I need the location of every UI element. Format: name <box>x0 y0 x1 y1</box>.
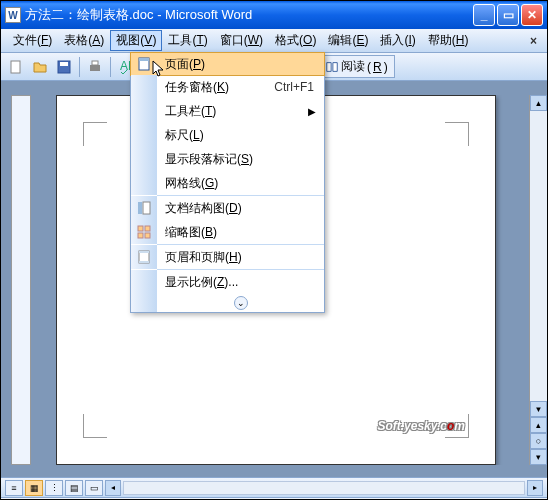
vertical-ruler[interactable] <box>11 95 31 465</box>
menu-item-缩略图[interactable]: 缩略图(B) <box>131 220 324 244</box>
maximize-button[interactable]: ▭ <box>497 4 519 26</box>
save-button[interactable] <box>53 56 75 78</box>
window-title: 方法二：绘制表格.doc - Microsoft Word <box>25 6 473 24</box>
svg-rect-19 <box>145 226 150 231</box>
open-button[interactable] <box>29 56 51 78</box>
view-menu-dropdown: 页面(P)任务窗格(K)Ctrl+F1工具栏(T)▶标尺(L)显示段落标记(S)… <box>130 52 325 313</box>
menu-表格[interactable]: 表格(A) <box>58 30 110 51</box>
scroll-down-button[interactable]: ▼ <box>530 401 547 417</box>
menu-item-文档结构图[interactable]: 文档结构图(D) <box>131 196 324 220</box>
scroll-up-button[interactable]: ▲ <box>530 95 547 111</box>
close-button[interactable]: ✕ <box>521 4 543 26</box>
app-icon: W <box>5 7 21 23</box>
page-layout-view-button[interactable]: ▦ <box>25 480 43 496</box>
outline-view-button[interactable]: ⋮ <box>45 480 63 496</box>
next-page-button[interactable]: ▾ <box>530 449 547 465</box>
svg-rect-20 <box>138 233 143 238</box>
scroll-left-button[interactable]: ◂ <box>105 480 121 496</box>
menu-item-标尺[interactable]: 标尺(L) <box>131 123 324 147</box>
watermark: Soft.yesky.com <box>377 416 465 434</box>
vertical-scrollbar[interactable]: ▲ ▼ ▴ ○ ▾ <box>529 95 547 465</box>
svg-rect-4 <box>92 61 98 65</box>
menu-item-网格线[interactable]: 网格线(G) <box>131 171 324 195</box>
menu-帮助[interactable]: 帮助(H) <box>422 30 475 51</box>
menu-item-任务窗格[interactable]: 任务窗格(K)Ctrl+F1 <box>131 75 324 99</box>
menu-格式[interactable]: 格式(O) <box>269 30 322 51</box>
menu-item-工具栏[interactable]: 工具栏(T)▶ <box>131 99 324 123</box>
menu-编辑[interactable]: 编辑(E) <box>322 30 374 51</box>
svg-rect-2 <box>60 62 68 66</box>
menu-expand-button[interactable]: ⌄ <box>131 294 324 312</box>
svg-rect-21 <box>145 233 150 238</box>
read-mode-button[interactable]: 阅读(R) <box>318 55 395 78</box>
margin-marker-tl <box>83 122 107 146</box>
view-mode-bar: ≡ ▦ ⋮ ▤ ▭ ◂ ▸ <box>1 477 547 497</box>
menu-工具[interactable]: 工具(T) <box>162 30 213 51</box>
svg-rect-23 <box>139 251 149 253</box>
svg-rect-0 <box>11 61 20 73</box>
menu-窗口[interactable]: 窗口(W) <box>214 30 269 51</box>
svg-rect-15 <box>139 58 149 61</box>
normal-view-button[interactable]: ≡ <box>5 480 23 496</box>
doc-close-button[interactable]: × <box>526 34 541 48</box>
web-view-button[interactable]: ▤ <box>65 480 83 496</box>
new-doc-button[interactable] <box>5 56 27 78</box>
svg-rect-16 <box>138 202 142 214</box>
svg-rect-17 <box>143 202 150 214</box>
reading-view-button[interactable]: ▭ <box>85 480 103 496</box>
margin-marker-bl <box>83 414 107 438</box>
menu-插入[interactable]: 插入(I) <box>374 30 421 51</box>
menu-item-显示段落标记[interactable]: 显示段落标记(S) <box>131 147 324 171</box>
page-layout-icon <box>131 53 157 75</box>
svg-rect-3 <box>90 65 100 71</box>
browse-object-button[interactable]: ○ <box>530 433 547 449</box>
print-button[interactable] <box>84 56 106 78</box>
docmap-icon <box>131 196 157 220</box>
menu-item-页面[interactable]: 页面(P) <box>130 52 325 76</box>
margin-marker-tr <box>445 122 469 146</box>
menubar: 文件(F)表格(A)视图(V)工具(T)窗口(W)格式(O)编辑(E)插入(I)… <box>1 29 547 53</box>
titlebar: W 方法二：绘制表格.doc - Microsoft Word _ ▭ ✕ <box>1 1 547 29</box>
menu-文件[interactable]: 文件(F) <box>7 30 58 51</box>
header-footer-icon <box>131 245 157 269</box>
thumbs-icon <box>131 220 157 244</box>
svg-rect-24 <box>139 261 149 263</box>
minimize-button[interactable]: _ <box>473 4 495 26</box>
prev-page-button[interactable]: ▴ <box>530 417 547 433</box>
menu-item-页眉和页脚[interactable]: 页眉和页脚(H) <box>131 245 324 269</box>
scroll-right-button[interactable]: ▸ <box>527 480 543 496</box>
svg-rect-18 <box>138 226 143 231</box>
menu-item-显示比例[interactable]: 显示比例(Z)... <box>131 270 324 294</box>
menu-视图[interactable]: 视图(V) <box>110 30 162 51</box>
